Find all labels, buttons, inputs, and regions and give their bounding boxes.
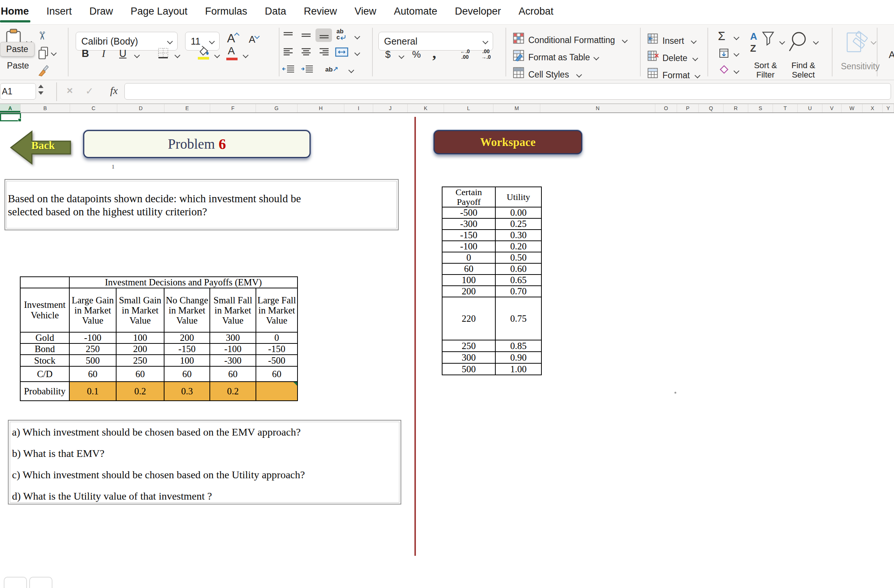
inv-cell[interactable]: 60 (69, 366, 116, 381)
merge-center-icon[interactable] (335, 47, 349, 59)
menu-item-automate[interactable]: Automate (394, 1, 437, 23)
inv-row-label-stock[interactable]: Stock (20, 355, 69, 366)
column-header-K[interactable]: K (408, 104, 444, 112)
sort-filter-button[interactable]: A Z Sort &Filter (749, 29, 784, 74)
fill-color-chevron-icon[interactable] (214, 53, 220, 59)
column-header-V[interactable]: V (822, 104, 841, 112)
format-cells-icon[interactable] (647, 68, 658, 80)
clear-chevron-icon[interactable] (734, 68, 740, 74)
utility-cell[interactable]: 0.50 (495, 252, 541, 263)
column-header-P[interactable]: P (677, 104, 699, 112)
utility-cell[interactable]: 0.90 (495, 352, 541, 363)
autosum-chevron-icon[interactable] (734, 35, 740, 41)
delete-cells-button[interactable]: Delete (663, 53, 687, 63)
name-box-spinner-down-icon[interactable] (38, 91, 44, 95)
utility-cell[interactable]: 0.70 (495, 286, 541, 297)
utility-cell[interactable]: 200 (442, 286, 495, 297)
probability-cell[interactable]: 0.2 (210, 381, 256, 401)
inv-cell[interactable]: 100 (116, 332, 164, 344)
column-header-X[interactable]: X (862, 104, 883, 112)
wrap-text-chevron-icon[interactable] (355, 34, 361, 40)
inv-cell[interactable]: 100 (164, 355, 210, 366)
utility-cell[interactable]: 300 (442, 352, 495, 363)
utility-cell[interactable]: 0.85 (495, 340, 541, 352)
column-header-U[interactable]: U (798, 104, 822, 112)
column-header-B[interactable]: B (21, 104, 70, 112)
utility-cell[interactable]: 0.00 (495, 207, 541, 219)
inv-cell[interactable]: 250 (69, 344, 116, 355)
probability-cell[interactable]: 0.1 (69, 381, 116, 401)
orientation-chevron-icon[interactable] (349, 68, 355, 74)
column-header-G[interactable]: G (256, 104, 297, 112)
align-left-icon[interactable] (282, 47, 294, 58)
cell-styles-icon[interactable] (513, 67, 524, 80)
font-color-button[interactable]: A (228, 45, 235, 57)
copy-chevron-icon[interactable] (51, 50, 57, 56)
align-bottom-icon[interactable] (319, 31, 330, 41)
grow-font-icon[interactable]: A (227, 32, 239, 45)
format-cells-button[interactable]: Format (663, 71, 690, 80)
inv-cell[interactable]: 200 (164, 332, 210, 344)
menu-item-view[interactable]: View (355, 1, 376, 23)
menu-item-review[interactable]: Review (304, 1, 337, 23)
format-cells-chevron-icon[interactable] (695, 73, 701, 78)
column-header-W[interactable]: W (841, 104, 862, 112)
utility-cell[interactable]: 1.00 (495, 363, 541, 375)
name-box-spinner-up-icon[interactable] (38, 84, 44, 88)
shrink-font-icon[interactable]: A (249, 34, 259, 45)
inv-cell[interactable]: 60 (210, 366, 256, 381)
menu-item-developer[interactable]: Developer (455, 1, 501, 23)
column-header-Y[interactable]: Y (883, 104, 894, 112)
cancel-icon[interactable]: × (67, 84, 73, 96)
currency-chevron-icon[interactable] (399, 53, 405, 59)
utility-cell[interactable]: 60 (442, 263, 495, 274)
inv-cell[interactable]: 250 (116, 355, 164, 366)
column-header-A[interactable]: A (0, 104, 21, 112)
column-header-D[interactable]: D (117, 104, 165, 112)
cut-icon[interactable]: ✂ (36, 31, 49, 41)
utility-cell[interactable]: -300 (442, 219, 495, 229)
menu-item-insert[interactable]: Insert (47, 1, 72, 23)
underline-chevron-icon[interactable] (134, 53, 140, 59)
column-header-I[interactable]: I (344, 104, 373, 112)
utility-cell[interactable]: 100 (442, 274, 495, 286)
conditional-formatting-icon[interactable] (513, 32, 524, 46)
utility-cell[interactable]: -100 (442, 241, 495, 252)
utility-cell[interactable]: 0.60 (495, 263, 541, 274)
wrap-text-icon[interactable]: abc (337, 29, 346, 41)
column-header-F[interactable]: F (210, 104, 256, 112)
column-header-Q[interactable]: Q (699, 104, 723, 112)
italic-button[interactable]: I (102, 48, 105, 60)
decrease-decimal-button[interactable]: .00→.0 (477, 49, 495, 60)
comma-button[interactable]: , (432, 44, 436, 62)
selected-cell-a1[interactable] (0, 113, 21, 121)
fill-color-button[interactable] (197, 46, 210, 59)
utility-cell[interactable]: 250 (442, 340, 495, 352)
clear-icon[interactable] (719, 65, 729, 76)
inv-cell[interactable]: -500 (256, 355, 297, 366)
fill-down-chevron-icon[interactable] (734, 51, 740, 57)
delete-cells-chevron-icon[interactable] (692, 56, 698, 62)
column-header-R[interactable]: R (723, 104, 748, 112)
utility-cell[interactable]: 0.20 (495, 241, 541, 252)
merge-center-chevron-icon[interactable] (355, 50, 361, 56)
utility-cell[interactable]: 220 (442, 297, 495, 340)
column-header-O[interactable]: O (655, 104, 677, 112)
utility-cell[interactable]: -150 (442, 229, 495, 241)
inv-cell[interactable]: 60 (116, 366, 164, 381)
borders-chevron-icon[interactable] (175, 53, 181, 59)
find-select-button[interactable]: Find &Select (788, 29, 819, 74)
align-right-icon[interactable] (319, 47, 330, 58)
column-header-J[interactable]: J (373, 104, 408, 112)
menu-item-acrobat[interactable]: Acrobat (519, 1, 553, 23)
format-as-table-icon[interactable] (513, 50, 524, 63)
menu-item-data[interactable]: Data (265, 1, 286, 23)
inv-row-label-gold[interactable]: Gold (20, 332, 69, 344)
fx-icon[interactable]: fx (110, 84, 118, 96)
utility-cell[interactable]: 0.65 (495, 274, 541, 286)
format-as-table-chevron-icon[interactable] (593, 55, 600, 61)
inv-cell[interactable]: -300 (210, 355, 256, 366)
probability-cell[interactable]: 0.3 (164, 381, 210, 401)
column-header-H[interactable]: H (297, 104, 344, 112)
delete-cells-icon[interactable] (647, 50, 659, 63)
